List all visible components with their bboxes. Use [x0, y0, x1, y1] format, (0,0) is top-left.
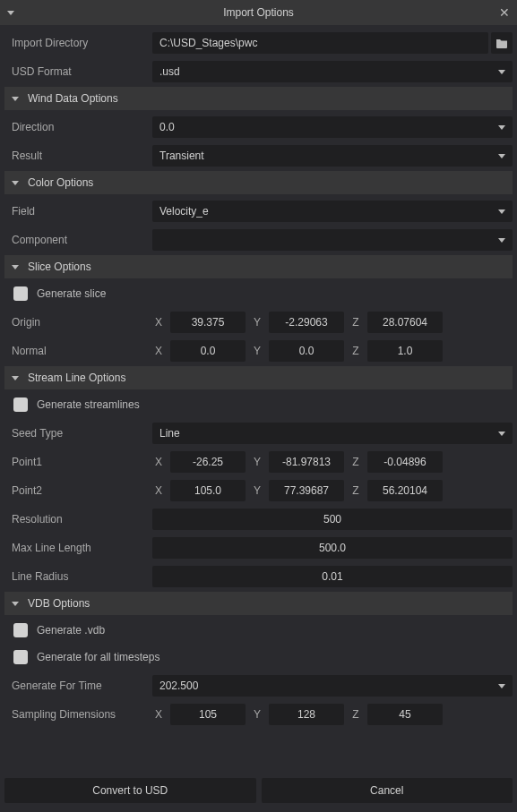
generate-vdb-label: Generate .vdb [37, 624, 105, 637]
max-line-length-label: Max Line Length [4, 542, 152, 554]
generate-streamlines-label: Generate streamlines [37, 398, 140, 411]
x-label: X [152, 456, 165, 468]
stream-line-options-header[interactable]: Stream Line Options [4, 366, 513, 389]
z-label: Z [349, 456, 362, 468]
browse-folder-button[interactable] [491, 32, 513, 54]
direction-label: Direction [4, 121, 152, 133]
line-radius-input[interactable] [152, 566, 513, 587]
z-label: Z [349, 484, 362, 497]
generate-all-timesteps-label: Generate for all timesteps [37, 651, 159, 663]
normal-x-input[interactable] [170, 340, 246, 362]
point1-z-input[interactable] [367, 451, 443, 473]
chevron-down-icon [498, 70, 505, 74]
point1-y-input[interactable] [269, 451, 344, 473]
slice-options-header[interactable]: Slice Options [4, 255, 513, 278]
x-label: X [152, 484, 165, 497]
chevron-down-icon [498, 684, 505, 688]
seed-type-dropdown[interactable]: Line [152, 423, 513, 444]
x-label: X [152, 708, 165, 721]
sampling-z-input[interactable] [367, 704, 443, 725]
origin-z-input[interactable] [367, 312, 443, 333]
result-dropdown[interactable]: Transient [152, 145, 513, 167]
seed-type-label: Seed Type [4, 427, 152, 440]
resolution-input[interactable] [152, 509, 513, 530]
origin-x-input[interactable] [170, 312, 246, 333]
y-label: Y [251, 708, 263, 721]
generate-slice-label: Generate slice [37, 287, 106, 300]
line-radius-label: Line Radius [4, 570, 152, 583]
normal-y-input[interactable] [269, 340, 344, 362]
vdb-options-header[interactable]: VDB Options [4, 592, 513, 615]
sampling-y-input[interactable] [269, 704, 344, 725]
z-label: Z [349, 708, 362, 721]
sampling-x-input[interactable] [170, 704, 246, 725]
cancel-button[interactable]: Cancel [262, 778, 513, 803]
point2-y-input[interactable] [269, 480, 344, 501]
point1-label: Point1 [4, 456, 152, 468]
generate-streamlines-checkbox[interactable] [13, 397, 28, 412]
generate-all-timesteps-checkbox[interactable] [13, 650, 28, 664]
folder-icon [495, 38, 508, 48]
y-label: Y [251, 484, 263, 497]
generate-slice-checkbox[interactable] [13, 286, 28, 301]
sampling-dimensions-label: Sampling Dimensions [4, 708, 152, 721]
point2-z-input[interactable] [367, 480, 443, 501]
collapse-icon [12, 181, 19, 185]
convert-to-usd-button[interactable]: Convert to USD [4, 778, 256, 803]
z-label: Z [349, 345, 362, 357]
field-dropdown[interactable]: Velocity_e [152, 201, 513, 222]
collapse-icon [12, 97, 19, 101]
collapse-icon [12, 602, 19, 606]
generate-for-time-label: Generate For Time [4, 680, 152, 692]
component-dropdown[interactable] [152, 229, 513, 251]
component-label: Component [4, 234, 152, 246]
import-directory-input[interactable] [152, 32, 488, 54]
max-line-length-input[interactable] [152, 537, 513, 559]
origin-label: Origin [4, 316, 152, 329]
generate-for-time-dropdown[interactable]: 202.500 [152, 675, 513, 697]
generate-vdb-checkbox[interactable] [13, 623, 28, 637]
menu-caret-icon[interactable] [7, 11, 14, 15]
window-title: Import Options [0, 6, 517, 19]
color-options-header[interactable]: Color Options [4, 171, 513, 194]
chevron-down-icon [498, 432, 505, 436]
close-icon[interactable]: ✕ [499, 5, 510, 20]
x-label: X [152, 345, 165, 357]
collapse-icon [12, 265, 19, 269]
direction-dropdown[interactable]: 0.0 [152, 116, 513, 138]
import-directory-label: Import Directory [4, 37, 152, 49]
point2-x-input[interactable] [170, 480, 246, 501]
collapse-icon [12, 376, 19, 380]
y-label: Y [251, 316, 263, 329]
field-label: Field [4, 205, 152, 218]
usd-format-label: USD Format [4, 65, 152, 78]
resolution-label: Resolution [4, 513, 152, 526]
chevron-down-icon [498, 154, 505, 158]
wind-data-options-header[interactable]: Wind Data Options [4, 87, 513, 110]
y-label: Y [251, 345, 263, 357]
z-label: Z [349, 316, 362, 329]
chevron-down-icon [498, 209, 505, 214]
point2-label: Point2 [4, 484, 152, 497]
y-label: Y [251, 456, 263, 468]
point1-x-input[interactable] [170, 451, 246, 473]
chevron-down-icon [498, 238, 505, 243]
normal-label: Normal [4, 345, 152, 357]
chevron-down-icon [498, 125, 505, 130]
normal-z-input[interactable] [367, 340, 443, 362]
usd-format-dropdown[interactable]: .usd [152, 61, 513, 82]
result-label: Result [4, 150, 152, 162]
x-label: X [152, 316, 165, 329]
origin-y-input[interactable] [269, 312, 344, 333]
